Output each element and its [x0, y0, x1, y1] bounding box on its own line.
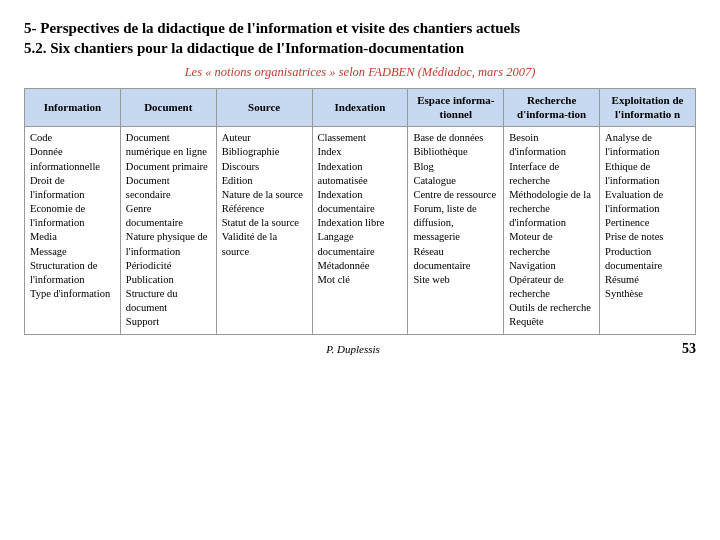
subtitle: Les « notions organisatrices » selon FAD… [24, 65, 696, 80]
header-information: Information [25, 88, 121, 127]
header-document: Document [120, 88, 216, 127]
footer-name: P. Duplessis [24, 343, 682, 355]
header-exploitation: Exploitation de l'informatio n [600, 88, 696, 127]
table-cell-6: Analyse de l'informationEthique de l'inf… [600, 127, 696, 334]
table-header-row: Information Document Source Indexation E… [25, 88, 696, 127]
table-cell-3: ClassementIndexIndexation automatiséeInd… [312, 127, 408, 334]
header-espace: Espace informa-tionnel [408, 88, 504, 127]
header-indexation: Indexation [312, 88, 408, 127]
slide-title: 5- Perspectives de la didactique de l'in… [24, 18, 696, 59]
slide-container: 5- Perspectives de la didactique de l'in… [24, 18, 696, 357]
table-cell-2: AuteurBibliographieDiscoursEditionNature… [216, 127, 312, 334]
header-source: Source [216, 88, 312, 127]
header-recherche: Recherche d'informa-tion [504, 88, 600, 127]
table-cell-1: Document numérique en ligneDocument prim… [120, 127, 216, 334]
main-table: Information Document Source Indexation E… [24, 88, 696, 335]
table-cell-0: CodeDonnée informationnelleDroit de l'in… [25, 127, 121, 334]
table-row: CodeDonnée informationnelleDroit de l'in… [25, 127, 696, 334]
table-cell-5: Besoin d'informationInterface de recherc… [504, 127, 600, 334]
footer: P. Duplessis 53 [24, 341, 696, 357]
table-cell-4: Base de donnéesBibliothèqueBlogCatalogue… [408, 127, 504, 334]
page-number: 53 [682, 341, 696, 357]
